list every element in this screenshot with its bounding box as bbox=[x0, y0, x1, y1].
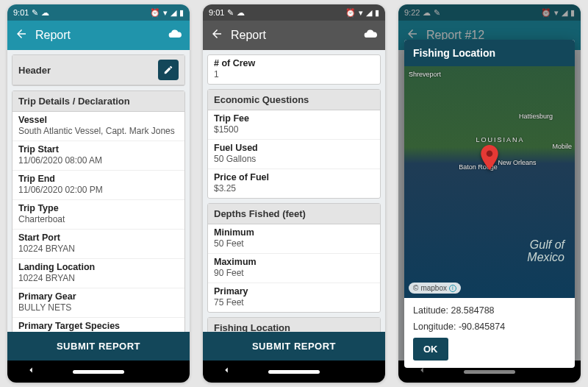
city-mobile: Mobile bbox=[552, 143, 572, 150]
appbar-title: Report bbox=[35, 29, 160, 42]
fishing-location-modal: Fishing Location Shreveport LOUISIANA Ha… bbox=[404, 40, 575, 368]
max-depth-value: 90 Feet bbox=[214, 268, 374, 278]
phone-screen-1: 9:01 ✎ ☁ ⏰ ▾ ◢ ▮ Report Header Trip Deta… bbox=[7, 4, 190, 383]
alarm-icon: ⏰ bbox=[150, 8, 160, 18]
crew-label: # of Crew bbox=[214, 58, 374, 68]
modal-overlay: Fishing Location Shreveport LOUISIANA Ha… bbox=[398, 4, 581, 383]
city-shreveport: Shreveport bbox=[409, 71, 441, 78]
ok-button[interactable]: OK bbox=[413, 338, 448, 361]
longitude-label: Longitude: bbox=[413, 322, 456, 332]
depths-card: Depths Fished (feet) Minimum50 Feet Maxi… bbox=[207, 203, 381, 313]
vessel-label: Vessel bbox=[18, 115, 179, 125]
vessel-value: South Atlantic Vessel, Capt. Mark Jones bbox=[18, 126, 179, 136]
city-hattiesburg: Hattiesburg bbox=[519, 113, 553, 120]
phone-screen-3: 9:22 ☁ ✎ ⏰ ▾ ◢ ▮ Report #12 Fishing Loca… bbox=[398, 4, 581, 383]
svg-point-0 bbox=[487, 150, 493, 157]
fuel-price-value: $3.25 bbox=[214, 183, 374, 194]
trip-end-value: 11/06/2020 02:00 PM bbox=[18, 185, 179, 195]
fuel-price-label: Price of Fuel bbox=[214, 172, 374, 182]
signal-icon: ◢ bbox=[366, 8, 372, 18]
latitude-label: Latitude: bbox=[413, 305, 448, 316]
nav-home-pill[interactable] bbox=[268, 370, 320, 374]
primary-gear-label: Primary Gear bbox=[18, 291, 179, 302]
status-bar: 9:01 ✎ ☁ ⏰ ▾ ◢ ▮ bbox=[203, 4, 385, 21]
crew-value: 1 bbox=[214, 69, 374, 79]
status-bar: 9:01 ✎ ☁ ⏰ ▾ ◢ ▮ bbox=[7, 4, 190, 21]
android-nav-bar bbox=[7, 361, 190, 383]
content-area: # of Crew1 Economic Questions Trip Fee$1… bbox=[203, 50, 385, 332]
trip-details-card: Trip Details / Declaration VesselSouth A… bbox=[12, 90, 185, 332]
gulf-label: Gulf ofMexico bbox=[527, 238, 564, 264]
fuel-used-value: 50 Gallons bbox=[214, 154, 374, 164]
trip-type-label: Trip Type bbox=[18, 203, 179, 213]
alarm-icon: ⏰ bbox=[345, 8, 356, 18]
phone-screen-2: 9:01 ✎ ☁ ⏰ ▾ ◢ ▮ Report # of Crew1 Econo… bbox=[203, 4, 385, 383]
content-area: Header Trip Details / Declaration Vessel… bbox=[7, 50, 190, 332]
max-depth-label: Maximum bbox=[214, 257, 374, 267]
primary-gear-value: BULLY NETS bbox=[18, 302, 179, 313]
target-species-label: Primary Target Species bbox=[18, 321, 179, 331]
fishing-location-header: Fishing Location bbox=[208, 318, 380, 332]
cloud-icon: ☁ bbox=[41, 8, 49, 18]
modal-title: Fishing Location bbox=[404, 40, 575, 66]
battery-icon: ▮ bbox=[375, 8, 379, 18]
back-button[interactable] bbox=[210, 27, 223, 43]
evernote-icon: ✎ bbox=[227, 8, 234, 18]
depths-header: Depths Fished (feet) bbox=[208, 204, 380, 224]
landing-location-label: Landing Location bbox=[18, 262, 179, 272]
map-pin-icon bbox=[480, 145, 499, 173]
edit-button[interactable] bbox=[158, 60, 179, 80]
status-time: 9:01 bbox=[209, 8, 224, 17]
submit-report-button[interactable]: SUBMIT REPORT bbox=[7, 332, 190, 361]
signal-icon: ◢ bbox=[171, 8, 176, 18]
battery-icon: ▮ bbox=[179, 8, 184, 18]
app-bar: Report bbox=[7, 21, 190, 50]
min-depth-label: Minimum bbox=[214, 227, 374, 238]
cloud-sync-icon[interactable] bbox=[168, 26, 182, 44]
nav-home-pill[interactable] bbox=[73, 370, 124, 374]
economic-card: Economic Questions Trip Fee$1500 Fuel Us… bbox=[207, 89, 381, 199]
nav-back-icon[interactable] bbox=[221, 365, 232, 378]
map-view[interactable]: Shreveport LOUISIANA Hattiesburg Mobile … bbox=[404, 66, 575, 298]
mapbox-attribution[interactable]: © mapbox i bbox=[409, 283, 461, 294]
latitude-value: 28.584788 bbox=[451, 305, 494, 316]
nav-back-icon[interactable] bbox=[26, 365, 36, 378]
primary-depth-value: 75 Feet bbox=[214, 297, 374, 308]
economic-header: Economic Questions bbox=[208, 90, 380, 110]
min-depth-value: 50 Feet bbox=[214, 238, 374, 249]
header-card: Header bbox=[12, 54, 185, 86]
landing-location-value: 10224 BRYAN bbox=[18, 273, 179, 283]
trip-fee-value: $1500 bbox=[214, 124, 374, 135]
trip-start-value: 11/06/2020 08:00 AM bbox=[18, 155, 179, 166]
trip-type-value: Charterboat bbox=[18, 214, 179, 224]
info-icon[interactable]: i bbox=[449, 285, 456, 292]
appbar-title: Report bbox=[231, 29, 356, 42]
cloud-sync-icon[interactable] bbox=[363, 26, 378, 44]
primary-depth-label: Primary bbox=[214, 286, 374, 297]
wifi-icon: ▾ bbox=[359, 8, 363, 18]
submit-report-button[interactable]: SUBMIT REPORT bbox=[203, 332, 385, 361]
cloud-icon: ☁ bbox=[237, 8, 245, 18]
wifi-icon: ▾ bbox=[163, 8, 168, 18]
trip-start-label: Trip Start bbox=[18, 144, 179, 155]
trip-end-label: Trip End bbox=[18, 174, 179, 184]
trip-details-header: Trip Details / Declaration bbox=[12, 91, 184, 112]
city-neworleans: New Orleans bbox=[498, 159, 537, 166]
trip-fee-label: Trip Fee bbox=[214, 113, 374, 124]
longitude-value: -90.845874 bbox=[459, 322, 505, 332]
header-card-title: Header bbox=[18, 65, 51, 76]
crew-card: # of Crew1 bbox=[207, 54, 381, 85]
status-time: 9:01 bbox=[13, 8, 29, 17]
state-louisiana: LOUISIANA bbox=[476, 136, 524, 143]
app-bar: Report bbox=[203, 21, 385, 50]
evernote-icon: ✎ bbox=[32, 8, 38, 18]
android-nav-bar bbox=[203, 361, 385, 383]
start-port-value: 10224 BRYAN bbox=[18, 244, 179, 254]
fuel-used-label: Fuel Used bbox=[214, 143, 374, 153]
fishing-location-card: Fishing Location Fishing Location 30.470… bbox=[207, 317, 381, 332]
start-port-label: Start Port bbox=[18, 232, 179, 243]
back-button[interactable] bbox=[15, 27, 28, 43]
modal-body: Latitude: 28.584788 Longitude: -90.84587… bbox=[404, 298, 575, 368]
